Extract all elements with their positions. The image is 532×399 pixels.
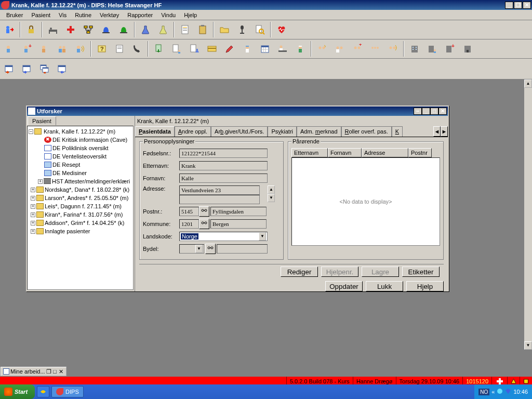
tool-patient-2-icon[interactable] xyxy=(36,41,53,57)
tool-group-3-icon[interactable] xyxy=(367,41,383,57)
tree-item[interactable]: Leis*, Dagunn f. 27.11.45* (m) xyxy=(45,203,122,209)
explorer-close-button[interactable]: ✕ xyxy=(438,108,447,115)
menu-vis[interactable]: Vis xyxy=(55,11,71,19)
adresse-scroll-down[interactable]: ▼ xyxy=(268,194,275,202)
explorer-minimize-button[interactable]: _ xyxy=(422,108,430,115)
tool-nurse-1-icon[interactable] xyxy=(239,41,256,57)
tool-heart-icon[interactable] xyxy=(273,21,290,38)
field-fornavn[interactable] xyxy=(179,174,268,183)
minimize-button[interactable]: _ xyxy=(505,2,513,9)
tool-form-user-icon[interactable] xyxy=(168,41,185,57)
tool-green-alarm-icon[interactable] xyxy=(115,21,132,38)
tree-expand-icon[interactable]: + xyxy=(31,188,35,192)
tool-bed-icon[interactable] xyxy=(45,21,61,38)
tab-k[interactable]: K xyxy=(392,126,403,137)
tool-flask-icon[interactable] xyxy=(137,21,154,38)
menu-hjelp[interactable]: Hjelp xyxy=(180,11,201,19)
tree-collapse-icon[interactable]: − xyxy=(29,129,33,134)
tray-icon-1[interactable]: « xyxy=(491,389,495,395)
chevron-down-icon[interactable]: ▼ xyxy=(195,245,203,253)
oppdater-button[interactable]: Oppdater xyxy=(325,281,363,291)
left-tab-pasient[interactable]: Pasient xyxy=(28,116,56,125)
tool-microphone-icon[interactable] xyxy=(234,21,250,38)
adresse-scroll-up[interactable]: ▲ xyxy=(268,185,275,194)
tab-psykiatri[interactable]: Psykiatri xyxy=(268,126,297,137)
tab-andre-oppl[interactable]: Andre oppl. xyxy=(175,126,211,137)
field-postnr[interactable] xyxy=(179,207,199,216)
tool-document-icon[interactable] xyxy=(177,21,193,38)
tree-item[interactable]: Innlagte pasienter xyxy=(45,228,90,234)
tabs-scroll-left[interactable]: ◄ xyxy=(433,126,441,137)
field-kommune-nr[interactable] xyxy=(179,219,199,229)
tool-building-1-icon[interactable] xyxy=(406,41,423,57)
field-adresse-2[interactable] xyxy=(179,195,260,204)
scroll-down-icon[interactable]: ▼ xyxy=(524,341,532,350)
field-bydel[interactable] xyxy=(217,244,268,254)
menu-bruker[interactable]: Bruker xyxy=(2,11,27,19)
tree-item[interactable]: Addison*, Grim* f. 14.04.25* (k) xyxy=(45,220,124,226)
tool-flask-result-icon[interactable] xyxy=(155,21,171,38)
tree-expand-icon[interactable]: + xyxy=(31,212,35,217)
tool-window-left-icon[interactable] xyxy=(1,61,18,77)
field-poststed[interactable] xyxy=(210,207,267,216)
tree-expand-icon[interactable]: + xyxy=(31,229,35,234)
col-postnr[interactable]: Postnr xyxy=(408,148,432,157)
scroll-up-icon[interactable]: ▲ xyxy=(524,79,532,88)
tool-nurse-bed-icon[interactable] xyxy=(274,41,291,57)
lookup-kommune-button[interactable] xyxy=(199,219,209,229)
tool-lock-icon[interactable] xyxy=(23,21,39,38)
rediger-button[interactable]: Rediger xyxy=(281,267,318,277)
col-etternavn[interactable]: Etternavn xyxy=(291,148,328,157)
tool-clipboard-icon[interactable] xyxy=(194,21,211,38)
menu-verktoy[interactable]: Verktøy xyxy=(96,11,123,19)
tool-search-doc-icon[interactable] xyxy=(251,21,268,38)
tree-item[interactable]: DE Poliklinisk oversikt xyxy=(52,145,109,151)
close-button[interactable]: ✕ xyxy=(523,2,531,9)
patient-tree[interactable]: −Krank, Kalle f. 12.12.22* (m) ✖DE Kriti… xyxy=(27,126,134,290)
tree-item[interactable]: DE Medisiner xyxy=(52,170,87,176)
tool-building-2-icon[interactable] xyxy=(459,41,476,57)
tool-phone-icon[interactable] xyxy=(129,41,145,57)
tool-building-user-icon[interactable] xyxy=(424,41,441,57)
tab-arb-giver[interactable]: Arb.giver/Utd./Fors. xyxy=(211,126,268,137)
tool-form-flask-icon[interactable] xyxy=(186,41,203,57)
tray-icon-3[interactable] xyxy=(505,388,511,395)
tool-help-box-icon[interactable]: ? xyxy=(94,41,110,57)
tree-item[interactable]: Kiran*, Farina* f. 31.07.56* (m) xyxy=(45,211,123,218)
tool-calendar-icon[interactable] xyxy=(257,41,273,57)
tool-form-down-icon[interactable] xyxy=(151,41,167,57)
lagre-button[interactable]: Lagre xyxy=(362,267,399,277)
tray-icon-2[interactable] xyxy=(497,388,503,395)
tool-cross-icon[interactable] xyxy=(62,21,79,38)
taskbar-ie[interactable] xyxy=(37,386,49,397)
workspace-scrollbar[interactable]: ▲ ▼ xyxy=(524,79,532,350)
hjelpenr-button[interactable]: Hjelpenr. xyxy=(321,267,358,277)
taskbar-app-dips[interactable]: DIPS xyxy=(51,386,84,397)
menu-vindu[interactable]: Vindu xyxy=(157,11,180,19)
tool-window-right-icon[interactable] xyxy=(54,61,71,77)
tool-patient-group-icon[interactable] xyxy=(54,41,71,57)
tab-adm-merknad[interactable]: Adm. merknad xyxy=(297,126,341,137)
tray-lang[interactable]: NO xyxy=(478,389,489,395)
tool-group-talk-1-icon[interactable] xyxy=(314,41,330,57)
explorer-maximize-button[interactable]: □ xyxy=(430,108,438,115)
tree-expand-icon[interactable]: + xyxy=(31,221,35,225)
tool-building-add-icon[interactable]: + xyxy=(442,41,458,57)
tool-group-talk-2-icon[interactable] xyxy=(331,41,348,57)
start-button[interactable]: Start xyxy=(0,384,35,399)
field-adresse[interactable] xyxy=(179,185,260,195)
etiketter-button[interactable]: Etiketter xyxy=(402,267,440,277)
hjelp-button[interactable]: Hjelp xyxy=(406,281,444,291)
tab-roller[interactable]: Roller overf. pas. xyxy=(341,126,392,137)
min-close-icon[interactable]: ✕ xyxy=(59,368,64,375)
tree-item[interactable]: DE Resept xyxy=(52,162,80,168)
field-fodselsnr[interactable] xyxy=(179,149,268,158)
tool-window-left2-icon[interactable] xyxy=(19,61,35,77)
tree-item[interactable]: DE Kritisk informasjon (Cave) xyxy=(52,137,127,143)
field-landskode[interactable]: Norge▼ xyxy=(179,232,268,241)
col-fornavn[interactable]: Fornavn xyxy=(328,148,362,157)
tree-item[interactable]: Larson*, Andres* f. 25.05.50* (m) xyxy=(45,195,128,201)
tree-expand-icon[interactable]: + xyxy=(38,179,43,184)
tree-item[interactable]: DE Ventelisteoversikt xyxy=(52,153,107,159)
tool-patient-1-icon[interactable] xyxy=(1,41,18,57)
